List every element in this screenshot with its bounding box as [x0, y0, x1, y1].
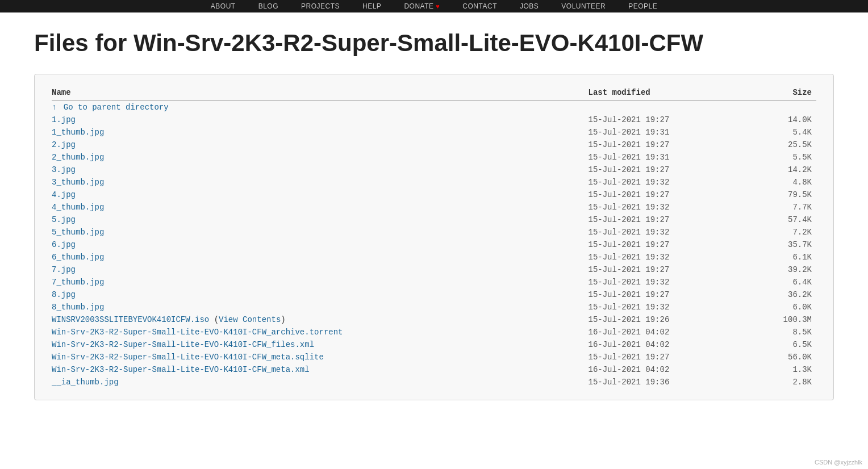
file-link-1[interactable]: 1_thumb.jpg	[52, 128, 104, 137]
file-link-21[interactable]: __ia_thumb.jpg	[52, 378, 119, 387]
table-row: Win-Srv-2K3-R2-Super-Small-Lite-EVO-K410…	[52, 326, 816, 338]
table-row: 5_thumb.jpg15-Jul-2021 19:327.2K	[52, 226, 816, 238]
file-date-8: 15-Jul-2021 19:27	[589, 213, 756, 226]
file-date-0: 15-Jul-2021 19:27	[589, 114, 756, 126]
file-table: Name Last modified Size ↑ Go to parent d…	[52, 86, 816, 388]
file-listing-box: Name Last modified Size ↑ Go to parent d…	[34, 74, 834, 400]
file-table-body: ↑ Go to parent directory 1.jpg15-Jul-202…	[52, 101, 816, 389]
table-row: 3_thumb.jpg15-Jul-2021 19:324.8K	[52, 176, 816, 189]
table-row: WINSRV2003SSLITEBYEVOK410ICFW.iso (View …	[52, 313, 816, 326]
file-size-17: 8.5K	[756, 326, 816, 338]
file-date-6: 15-Jul-2021 19:27	[589, 189, 756, 201]
file-size-11: 6.1K	[756, 251, 816, 263]
file-size-10: 35.7K	[756, 238, 816, 251]
file-date-7: 15-Jul-2021 19:32	[589, 201, 756, 213]
file-size-13: 6.4K	[756, 276, 816, 288]
parent-dir-label: Go to parent directory	[64, 103, 169, 112]
table-row: 4_thumb.jpg15-Jul-2021 19:327.7K	[52, 201, 816, 213]
nav-item-blog[interactable]: BLOG	[258, 2, 278, 10]
column-header-name: Name	[52, 86, 589, 101]
file-link-9[interactable]: 5_thumb.jpg	[52, 228, 104, 237]
file-date-20: 16-Jul-2021 04:02	[589, 363, 756, 376]
file-size-1: 5.4K	[756, 126, 816, 139]
file-link-10[interactable]: 6.jpg	[52, 240, 76, 249]
file-size-18: 6.5K	[756, 338, 816, 351]
table-row: Win-Srv-2K3-R2-Super-Small-Lite-EVO-K410…	[52, 351, 816, 363]
table-row: Win-Srv-2K3-R2-Super-Small-Lite-EVO-K410…	[52, 363, 816, 376]
file-size-9: 7.2K	[756, 226, 816, 238]
file-link-18[interactable]: Win-Srv-2K3-R2-Super-Small-Lite-EVO-K410…	[52, 340, 314, 349]
file-link-3[interactable]: 2_thumb.jpg	[52, 153, 104, 162]
parent-dir-icon: ↑	[52, 103, 56, 112]
table-row: 6.jpg15-Jul-2021 19:2735.7K	[52, 238, 816, 251]
file-link-13[interactable]: 7_thumb.jpg	[52, 278, 104, 287]
file-size-12: 39.2K	[756, 263, 816, 276]
table-row: 7_thumb.jpg15-Jul-2021 19:326.4K	[52, 276, 816, 288]
file-link-19[interactable]: Win-Srv-2K3-R2-Super-Small-Lite-EVO-K410…	[52, 353, 324, 362]
file-link-17[interactable]: Win-Srv-2K3-R2-Super-Small-Lite-EVO-K410…	[52, 328, 343, 337]
nav-item-donate[interactable]: DONATE ♥	[404, 2, 440, 10]
page-title: Files for Win-Srv-2K3-R2-Super-Small-Lit…	[34, 30, 834, 57]
file-date-1: 15-Jul-2021 19:31	[589, 126, 756, 139]
table-row: 7.jpg15-Jul-2021 19:2739.2K	[52, 263, 816, 276]
table-row: 2.jpg15-Jul-2021 19:2725.5K	[52, 139, 816, 151]
file-date-17: 16-Jul-2021 04:02	[589, 326, 756, 338]
file-link-7[interactable]: 4_thumb.jpg	[52, 203, 104, 212]
file-link-15[interactable]: 8_thumb.jpg	[52, 303, 104, 312]
nav-item-jobs[interactable]: JOBS	[520, 2, 539, 10]
file-size-8: 57.4K	[756, 213, 816, 226]
file-date-9: 15-Jul-2021 19:32	[589, 226, 756, 238]
file-link-6[interactable]: 4.jpg	[52, 190, 76, 199]
table-row: 2_thumb.jpg15-Jul-2021 19:315.5K	[52, 151, 816, 164]
table-row: __ia_thumb.jpg15-Jul-2021 19:362.8K	[52, 376, 816, 388]
file-size-3: 5.5K	[756, 151, 816, 164]
file-size-4: 14.2K	[756, 164, 816, 176]
file-date-2: 15-Jul-2021 19:27	[589, 139, 756, 151]
nav-item-volunteer[interactable]: VOLUNTEER	[561, 2, 606, 10]
table-row: 3.jpg15-Jul-2021 19:2714.2K	[52, 164, 816, 176]
table-row: 5.jpg15-Jul-2021 19:2757.4K	[52, 213, 816, 226]
column-header-size: Size	[756, 86, 816, 101]
file-size-6: 79.5K	[756, 189, 816, 201]
file-size-7: 7.7K	[756, 201, 816, 213]
view-contents-link-16[interactable]: View Contents	[219, 315, 281, 324]
file-size-21: 2.8K	[756, 376, 816, 388]
file-link-0[interactable]: 1.jpg	[52, 115, 76, 124]
file-date-16: 15-Jul-2021 19:26	[589, 313, 756, 326]
file-size-0: 14.0K	[756, 114, 816, 126]
file-link-11[interactable]: 6_thumb.jpg	[52, 253, 104, 262]
file-size-15: 6.0K	[756, 301, 816, 313]
file-date-4: 15-Jul-2021 19:27	[589, 164, 756, 176]
file-link-14[interactable]: 8.jpg	[52, 290, 76, 299]
table-row: 4.jpg15-Jul-2021 19:2779.5K	[52, 189, 816, 201]
nav-item-help[interactable]: HELP	[362, 2, 381, 10]
top-navigation: ABOUTBLOGPROJECTSHELPDONATE ♥CONTACTJOBS…	[0, 0, 868, 12]
table-row: 1.jpg15-Jul-2021 19:2714.0K	[52, 114, 816, 126]
nav-item-about[interactable]: ABOUT	[211, 2, 236, 10]
file-link-16[interactable]: WINSRV2003SSLITEBYEVOK410ICFW.iso	[52, 315, 209, 324]
file-link-4[interactable]: 3.jpg	[52, 165, 76, 174]
file-link-5[interactable]: 3_thumb.jpg	[52, 178, 104, 187]
file-size-14: 36.2K	[756, 288, 816, 301]
file-link-2[interactable]: 2.jpg	[52, 140, 76, 149]
page-content: Files for Win-Srv-2K3-R2-Super-Small-Lit…	[0, 12, 868, 417]
file-link-20[interactable]: Win-Srv-2K3-R2-Super-Small-Lite-EVO-K410…	[52, 365, 310, 374]
file-date-13: 15-Jul-2021 19:32	[589, 276, 756, 288]
nav-item-contact[interactable]: CONTACT	[462, 2, 497, 10]
table-header: Name Last modified Size	[52, 86, 816, 101]
nav-item-people[interactable]: PEOPLE	[628, 2, 657, 10]
parent-directory-row: ↑ Go to parent directory	[52, 101, 816, 114]
parent-directory-link[interactable]: ↑ Go to parent directory	[52, 103, 169, 112]
file-date-10: 15-Jul-2021 19:27	[589, 238, 756, 251]
file-date-5: 15-Jul-2021 19:32	[589, 176, 756, 189]
file-link-12[interactable]: 7.jpg	[52, 265, 76, 274]
file-size-20: 1.3K	[756, 363, 816, 376]
file-date-14: 15-Jul-2021 19:27	[589, 288, 756, 301]
nav-item-projects[interactable]: PROJECTS	[301, 2, 340, 10]
file-size-16: 100.3M	[756, 313, 816, 326]
file-date-15: 15-Jul-2021 19:32	[589, 301, 756, 313]
file-date-3: 15-Jul-2021 19:31	[589, 151, 756, 164]
table-row: 8.jpg15-Jul-2021 19:2736.2K	[52, 288, 816, 301]
file-link-8[interactable]: 5.jpg	[52, 215, 76, 224]
table-row: Win-Srv-2K3-R2-Super-Small-Lite-EVO-K410…	[52, 338, 816, 351]
